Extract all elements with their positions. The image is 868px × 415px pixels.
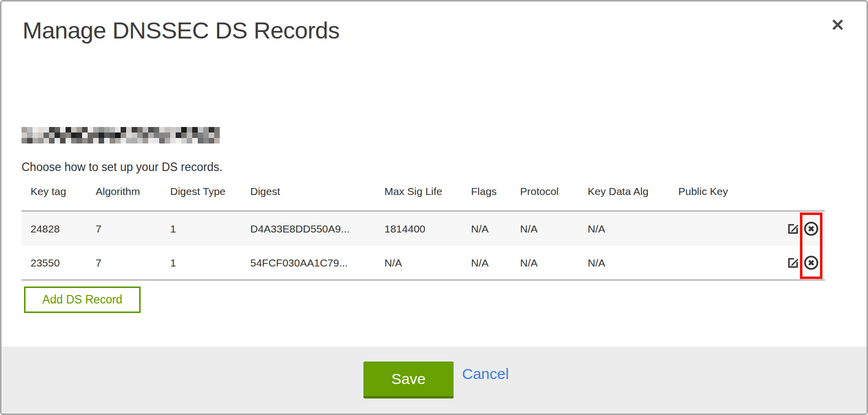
modal-footer: Save Cancel (2, 346, 866, 414)
cell-algorithm: 7 (96, 257, 170, 269)
x-circle-icon (803, 221, 819, 236)
page-title: Manage DNSSEC DS Records (23, 16, 339, 44)
col-header-public-key: Public Key (678, 186, 765, 198)
cell-digest: 54FCF030AA1C79... (250, 257, 384, 269)
cell-key-data-alg: N/A (588, 257, 678, 269)
table-row: 24828 7 1 D4A33E8DD550A9... 1814400 N/A … (22, 212, 825, 246)
cancel-link[interactable]: Cancel (462, 366, 509, 382)
cell-key-tag: 23550 (31, 257, 96, 269)
cell-max-sig-life: N/A (384, 257, 471, 269)
col-header-protocol: Protocol (520, 186, 588, 198)
delete-record-icon[interactable] (803, 221, 819, 236)
col-header-digest: Digest (250, 186, 384, 198)
col-header-flags: Flags (471, 186, 520, 198)
instruction-text: Choose how to set up your DS records. (22, 160, 222, 174)
row-actions (765, 221, 825, 236)
cell-digest-type: 1 (170, 257, 250, 269)
col-header-digest-type: Digest Type (170, 186, 250, 198)
edit-record-icon[interactable] (786, 256, 800, 270)
cell-digest: D4A33E8DD550A9... (250, 223, 384, 235)
add-ds-record-button[interactable]: Add DS Record (24, 286, 141, 313)
cell-algorithm: 7 (96, 223, 170, 235)
col-header-key-tag: Key tag (31, 186, 96, 198)
cell-protocol: N/A (520, 257, 588, 269)
manage-dnssec-modal: Manage DNSSEC DS Records Choose how to s… (0, 0, 868, 415)
table-header-row: Key tag Algorithm Digest Type Digest Max… (22, 186, 825, 212)
ds-records-table: Key tag Algorithm Digest Type Digest Max… (22, 186, 825, 280)
pencil-square-icon (786, 222, 800, 236)
cell-flags: N/A (471, 223, 520, 235)
pencil-square-icon (786, 256, 800, 270)
col-header-max-sig-life: Max Sig Life (384, 186, 471, 198)
cell-key-data-alg: N/A (588, 223, 678, 235)
cell-digest-type: 1 (170, 223, 250, 235)
redacted-domain-name (22, 127, 220, 144)
close-x-glyph (831, 18, 844, 32)
table-row: 23550 7 1 54FCF030AA1C79... N/A N/A N/A … (22, 246, 825, 280)
close-icon[interactable] (828, 16, 846, 34)
delete-record-icon[interactable] (803, 255, 819, 270)
row-actions (765, 255, 825, 270)
x-circle-icon (803, 255, 819, 270)
cell-flags: N/A (471, 257, 520, 269)
cell-key-tag: 24828 (31, 223, 96, 235)
save-button[interactable]: Save (363, 362, 454, 398)
col-header-key-data-alg: Key Data Alg (588, 186, 678, 198)
cell-max-sig-life: 1814400 (384, 223, 471, 235)
cell-protocol: N/A (520, 223, 588, 235)
edit-record-icon[interactable] (786, 222, 800, 236)
col-header-algorithm: Algorithm (96, 186, 170, 198)
